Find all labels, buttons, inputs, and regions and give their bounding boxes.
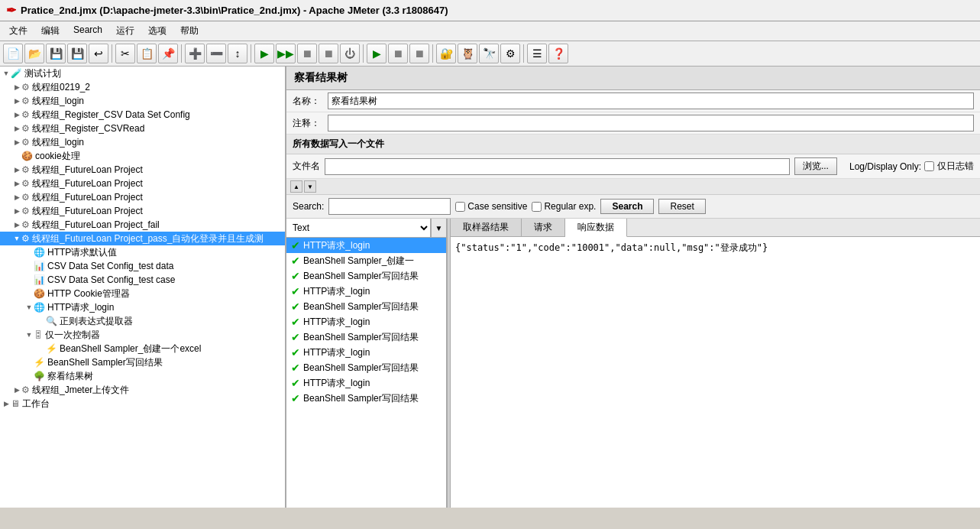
stop-button[interactable]: ⏹: [297, 44, 317, 63]
stop-now-button[interactable]: ⏹: [319, 44, 338, 63]
help-button[interactable]: ❓: [548, 44, 568, 63]
dropdown-arrow-icon[interactable]: ▼: [431, 219, 446, 237]
tree-item-future-loan3[interactable]: ▶ ⚙ 线程组_FutureLoan Project: [0, 190, 285, 204]
tree-item-future-loan4[interactable]: ▶ ⚙ 线程组_FutureLoan Project: [0, 204, 285, 218]
revert-button[interactable]: ↩: [89, 44, 108, 63]
browse-button[interactable]: 浏览...: [794, 157, 837, 175]
tree-item-http-cookie[interactable]: 🍪 HTTP Cookie管理器: [0, 287, 285, 300]
tree-item-beanshell-excel[interactable]: ⚡ BeanShell Sampler_创建一个excel: [0, 342, 285, 355]
open-button[interactable]: 📂: [24, 44, 44, 63]
remote-stop-button[interactable]: ⏹: [388, 44, 408, 63]
function-button[interactable]: ⚙: [500, 44, 520, 63]
menu-edit[interactable]: 编辑: [35, 23, 66, 39]
result-item[interactable]: ✔ HTTP请求_login: [286, 345, 446, 360]
comment-input[interactable]: [328, 115, 974, 131]
tree-item-thread-group-login1[interactable]: ▶ ⚙ 线程组_login: [0, 94, 285, 108]
run-all-button[interactable]: ▶▶: [276, 44, 296, 63]
tree-item-cookie[interactable]: 🍪 cookie处理: [0, 149, 285, 163]
tree-item-view-results[interactable]: 🌳 察看结果树: [0, 369, 285, 383]
result-type-select[interactable]: Text RegExp Tester CSS/JQuery Tester XPa…: [286, 219, 431, 237]
tree-item-register-csvread[interactable]: ▶ ⚙ 线程组_Register_CSVRead: [0, 122, 285, 135]
menu-file[interactable]: 文件: [3, 23, 34, 39]
csv-icon: 📊: [34, 261, 45, 271]
case-sensitive-group: Case sensitive: [455, 201, 527, 212]
log-only-checkbox[interactable]: [924, 161, 934, 171]
collapse-button[interactable]: ➖: [206, 44, 226, 63]
log-viewer-button[interactable]: 🦉: [458, 44, 477, 63]
copy-button[interactable]: 📋: [137, 44, 157, 63]
tree-item-http-default[interactable]: 🌐 HTTP请求默认值: [0, 245, 285, 259]
collapse-down-arrow[interactable]: ▼: [304, 180, 316, 193]
regex-checkbox[interactable]: [532, 202, 542, 212]
expand-icon: [37, 345, 46, 352]
tree-item-regex[interactable]: 🔍 正则表达式提取器: [0, 314, 285, 328]
cut-button[interactable]: ✂: [115, 44, 135, 63]
file-name-input[interactable]: [325, 158, 790, 175]
menu-search[interactable]: Search: [67, 23, 108, 39]
file-section-header: 所有数据写入一个文件: [286, 135, 980, 154]
result-item[interactable]: ✔ HTTP请求_login: [286, 238, 446, 253]
tab-request[interactable]: 请求: [522, 219, 565, 236]
list-button[interactable]: ☰: [527, 44, 547, 63]
comment-label: 注释：: [293, 117, 323, 130]
reset-button[interactable]: Reset: [658, 199, 705, 214]
search-input[interactable]: [328, 198, 451, 215]
result-item[interactable]: ✔ BeanShell Sampler_创建一: [286, 253, 446, 268]
expand-icon: ▼: [24, 331, 34, 339]
tree-item-future-loan1[interactable]: ▶ ⚙ 线程组_FutureLoan Project: [0, 163, 285, 177]
run-button[interactable]: ▶: [254, 44, 274, 63]
new-button[interactable]: 📄: [3, 44, 23, 63]
menu-help[interactable]: 帮助: [174, 23, 205, 39]
result-item[interactable]: ✔ HTTP请求_login: [286, 314, 446, 329]
tree-item-once-controller[interactable]: ▼ 🎛 仅一次控制器: [0, 328, 285, 342]
shutdown-button[interactable]: ⏻: [340, 44, 360, 63]
result-item[interactable]: ✔ BeanShell Sampler写回结果: [286, 360, 446, 375]
search-button[interactable]: Search: [600, 199, 654, 214]
tree-item-thread-upload[interactable]: ▶ ⚙ 线程组_Jmeter上传文件: [0, 383, 285, 397]
tree-item-register-csv[interactable]: ▶ ⚙ 线程组_Register_CSV Data Set Config: [0, 108, 285, 122]
expand-button[interactable]: ➕: [185, 44, 205, 63]
tab-sampler-results[interactable]: 取样器结果: [451, 219, 522, 236]
paste-button[interactable]: 📌: [158, 44, 178, 63]
result-item[interactable]: ✔ BeanShell Sampler写回结果: [286, 299, 446, 314]
tree-item-future-loan-fail[interactable]: ▶ ⚙ 线程组_FutureLoan Project_fail: [0, 218, 285, 232]
result-items-list: ✔ HTTP请求_login ✔ BeanShell Sampler_创建一 ✔…: [286, 238, 446, 508]
result-item[interactable]: ✔ BeanShell Sampler写回结果: [286, 329, 446, 345]
save-button[interactable]: 💾: [46, 44, 66, 63]
status-icon: ✔: [291, 362, 300, 374]
expand-icon: [12, 152, 21, 160]
title-icon: ✒: [6, 3, 16, 18]
menu-run[interactable]: 运行: [110, 23, 141, 39]
expand-icon: ▶: [12, 207, 21, 215]
tree-item-workbench[interactable]: ▶ 🖥 工作台: [0, 397, 285, 411]
tree-item-csv-test-data[interactable]: 📊 CSV Data Set Config_test data: [0, 259, 285, 273]
panel-title: 察看结果树: [294, 71, 348, 83]
remote-start-button[interactable]: ▶: [367, 44, 387, 63]
binoculars-button[interactable]: 🔭: [479, 44, 499, 63]
case-sensitive-checkbox[interactable]: [455, 202, 465, 212]
cookie-mgr-icon: 🍪: [34, 288, 45, 299]
remote-stop-now-button[interactable]: ⏹: [409, 44, 429, 63]
toggle-button[interactable]: ↕: [228, 44, 247, 63]
save-as-button[interactable]: 💾: [67, 44, 87, 63]
result-label: BeanShell Sampler写回结果: [303, 331, 419, 344]
result-item[interactable]: ✔ HTTP请求_login: [286, 284, 446, 299]
menu-options[interactable]: 选项: [142, 23, 173, 39]
ssl-manager-button[interactable]: 🔐: [436, 44, 456, 63]
status-icon: ✔: [291, 316, 300, 328]
tree-item-thread-group-0219[interactable]: ▶ ⚙ 线程组0219_2: [0, 80, 285, 94]
result-item[interactable]: ✔ HTTP请求_login: [286, 375, 446, 391]
result-label: BeanShell Sampler写回结果: [303, 270, 419, 283]
tree-item-csv-test-case[interactable]: 📊 CSV Data Set Config_test case: [0, 273, 285, 287]
name-input[interactable]: [328, 92, 974, 109]
result-item[interactable]: ✔ BeanShell Sampler写回结果: [286, 268, 446, 284]
tab-response-data[interactable]: 响应数据: [565, 219, 627, 237]
collapse-up-arrow[interactable]: ▲: [290, 180, 302, 193]
tree-item-future-loan-pass[interactable]: ▼ ⚙ 线程组_FutureLoan Project_pass_自动化登录并且生…: [0, 232, 285, 245]
tree-item-test-plan[interactable]: ▼ 🧪 测试计划: [0, 67, 285, 80]
tree-item-beanshell-write[interactable]: ⚡ BeanShell Sampler写回结果: [0, 355, 285, 369]
tree-item-future-loan2[interactable]: ▶ ⚙ 线程组_FutureLoan Project: [0, 177, 285, 190]
tree-item-http-login[interactable]: ▼ 🌐 HTTP请求_login: [0, 300, 285, 314]
result-item[interactable]: ✔ BeanShell Sampler写回结果: [286, 391, 446, 406]
tree-item-thread-group-login2[interactable]: ▶ ⚙ 线程组_login: [0, 135, 285, 149]
